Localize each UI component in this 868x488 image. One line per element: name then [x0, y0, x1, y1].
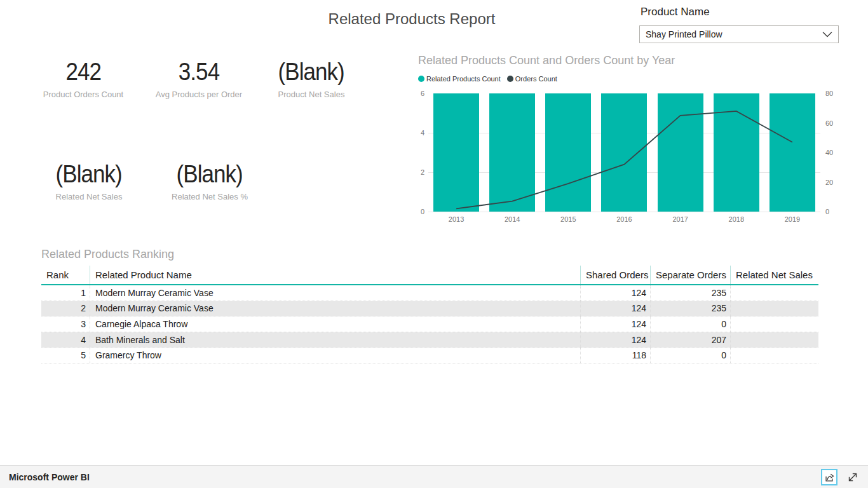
x-axis-label: 2016 — [596, 215, 652, 223]
table-row[interactable]: 5Gramercy Throw1180 — [41, 348, 818, 363]
y-axis-right-tick: 60 — [825, 119, 833, 127]
kpi-card[interactable]: (Blank)Related Net Sales % — [140, 161, 280, 203]
y-axis-right-tick: 20 — [825, 179, 833, 186]
table-cell: 124 — [580, 285, 650, 301]
table-row[interactable]: 4Bath Minerals and Salt124207 — [41, 332, 818, 348]
table-cell: Carnegie Alpaca Throw — [90, 316, 580, 332]
kpi-value: (Blank) — [177, 161, 243, 188]
powerbi-footer-bar: Microsoft Power BI — [0, 465, 868, 488]
column-header[interactable]: Related Product Name — [90, 266, 580, 284]
kpi-value: (Blank) — [278, 58, 344, 86]
y-axis-left-tick: 4 — [418, 129, 424, 137]
report-canvas: Related Products Report Product Name Sha… — [0, 0, 868, 488]
kpi-label: Product Orders Count — [20, 88, 147, 101]
product-name-dropdown[interactable]: Shay Printed Pillow — [639, 25, 839, 43]
legend-item[interactable]: Orders Count — [507, 75, 557, 83]
table-cell: 118 — [580, 348, 650, 363]
table-cell: 124 — [580, 316, 650, 332]
table-cell — [730, 301, 818, 316]
kpi-label: Related Net Sales % — [140, 191, 280, 203]
table-cell: Modern Murray Ceramic Vase — [90, 301, 580, 316]
share-icon[interactable] — [821, 469, 837, 485]
table-row[interactable]: 2Modern Murray Ceramic Vase124235 — [41, 301, 818, 317]
table-cell — [730, 332, 818, 348]
kpi-label: Related Net Sales — [19, 191, 159, 203]
x-axis-label: 2015 — [540, 215, 596, 223]
table-cell: 124 — [580, 332, 650, 348]
table-cell: 5 — [41, 348, 90, 363]
column-header[interactable]: Separate Orders — [650, 266, 730, 284]
table-cell: 235 — [650, 301, 730, 316]
chart-plot-area — [428, 93, 820, 212]
slicer-label: Product Name — [641, 6, 710, 18]
x-axis-label: 2018 — [709, 215, 764, 223]
legend-label: Orders Count — [515, 75, 557, 83]
y-axis-left-tick: 6 — [418, 90, 424, 97]
table-cell: 235 — [650, 285, 730, 301]
legend-dot-icon — [507, 76, 513, 82]
column-header[interactable]: Shared Orders — [580, 266, 650, 284]
kpi-value: (Blank) — [56, 161, 122, 188]
table-cell: 207 — [650, 332, 730, 348]
table-title: Related Products Ranking — [41, 248, 818, 261]
table-cell: 3 — [41, 316, 90, 332]
y-axis-left-tick: 2 — [418, 168, 424, 176]
kpi-value: 3.54 — [179, 58, 219, 86]
legend-dot-icon — [418, 76, 424, 82]
y-axis-left-tick: 0 — [418, 208, 424, 215]
chart-legend: Related Products CountOrders Count — [418, 75, 557, 83]
table-cell: 4 — [41, 332, 90, 348]
table-row[interactable]: 1Modern Murray Ceramic Vase124235 — [41, 285, 818, 301]
kpi-card[interactable]: 242Product Orders Count — [20, 58, 147, 101]
x-axis-label: 2019 — [764, 215, 820, 223]
kpi-label: Product Net Sales — [248, 88, 375, 101]
table-header: RankRelated Product NameShared OrdersSep… — [41, 266, 818, 285]
table-cell: 0 — [650, 348, 730, 363]
kpi-card[interactable]: (Blank)Related Net Sales — [19, 161, 159, 203]
table-cell: Gramercy Throw — [90, 348, 580, 363]
powerbi-brand: Microsoft Power BI — [9, 472, 90, 482]
kpi-card[interactable]: (Blank)Product Net Sales — [248, 58, 375, 101]
x-axis-label: 2014 — [484, 215, 540, 223]
column-line-chart: Related Products Count and Orders Count … — [418, 54, 845, 232]
chevron-down-icon — [822, 31, 832, 37]
table-cell: 124 — [580, 301, 650, 316]
dropdown-selected-value: Shay Printed Pillow — [646, 29, 722, 39]
kpi-label: Avg Products per Order — [145, 88, 253, 101]
y-axis-right-tick: 80 — [825, 90, 833, 97]
x-axis-labels: 2013201420152016201720182019 — [428, 215, 820, 223]
table-cell: Modern Murray Ceramic Vase — [90, 285, 580, 301]
legend-item[interactable]: Related Products Count — [418, 75, 501, 83]
table-cell — [730, 316, 818, 332]
legend-label: Related Products Count — [426, 75, 501, 83]
table-cell: 0 — [650, 316, 730, 332]
column-header[interactable]: Related Net Sales — [730, 266, 818, 284]
related-products-table: Related Products Ranking RankRelated Pro… — [41, 248, 818, 363]
column-header[interactable]: Rank — [41, 266, 90, 284]
orders-count-line[interactable] — [428, 93, 820, 212]
table-cell — [730, 348, 818, 363]
gridline — [428, 212, 820, 212]
y-axis-right-tick: 40 — [825, 149, 833, 156]
chart-title: Related Products Count and Orders Count … — [418, 54, 845, 67]
y-axis-right-tick: 0 — [825, 208, 829, 215]
x-axis-label: 2017 — [653, 215, 709, 223]
kpi-value: 242 — [65, 58, 101, 86]
table-cell: 2 — [41, 301, 90, 316]
table-cell: Bath Minerals and Salt — [90, 332, 580, 348]
kpi-card[interactable]: 3.54Avg Products per Order — [145, 58, 253, 101]
x-axis-label: 2013 — [428, 215, 484, 223]
fullscreen-icon[interactable] — [846, 471, 859, 484]
table-cell: 1 — [41, 285, 90, 301]
table-cell — [730, 285, 818, 301]
table-row[interactable]: 3Carnegie Alpaca Throw1240 — [41, 316, 818, 332]
